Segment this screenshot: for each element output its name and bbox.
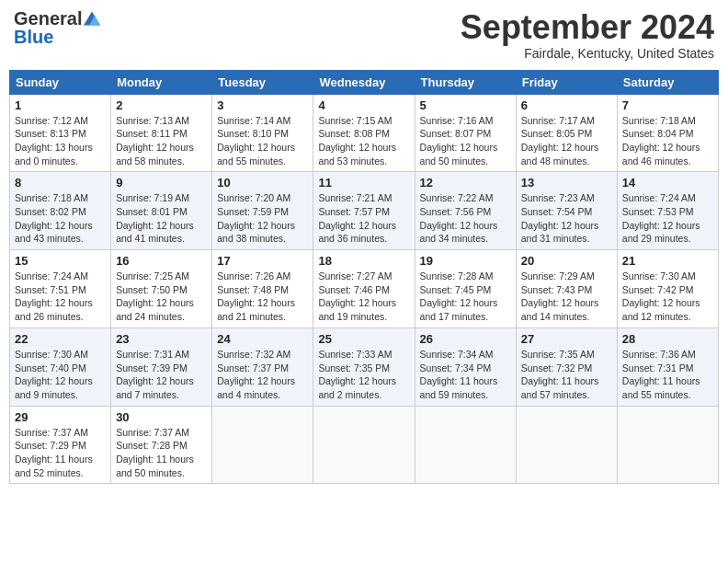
calendar-week-row: 1Sunrise: 7:12 AM Sunset: 8:13 PM Daylig…: [10, 94, 719, 172]
day-number: 3: [217, 98, 308, 112]
day-info: Sunrise: 7:25 AM Sunset: 7:50 PM Dayligh…: [116, 270, 207, 324]
calendar-cell: 17Sunrise: 7:26 AM Sunset: 7:48 PM Dayli…: [212, 250, 313, 328]
calendar-cell: 24Sunrise: 7:32 AM Sunset: 7:37 PM Dayli…: [212, 327, 313, 406]
calendar-cell: 11Sunrise: 7:21 AM Sunset: 7:57 PM Dayli…: [313, 172, 415, 250]
calendar-cell: 1Sunrise: 7:12 AM Sunset: 8:13 PM Daylig…: [10, 94, 111, 172]
day-number: 19: [420, 254, 511, 268]
day-number: 10: [217, 176, 308, 190]
calendar-cell: 26Sunrise: 7:34 AM Sunset: 7:34 PM Dayli…: [415, 327, 516, 406]
day-info: Sunrise: 7:14 AM Sunset: 8:10 PM Dayligh…: [217, 114, 308, 168]
day-info: Sunrise: 7:37 AM Sunset: 7:29 PM Dayligh…: [15, 426, 106, 480]
day-number: 22: [15, 332, 106, 346]
calendar-cell: [415, 406, 516, 484]
calendar-week-row: 15Sunrise: 7:24 AM Sunset: 7:51 PM Dayli…: [10, 250, 719, 328]
day-number: 29: [15, 410, 106, 424]
main-title: September 2024: [461, 9, 714, 46]
calendar-week-row: 8Sunrise: 7:18 AM Sunset: 8:02 PM Daylig…: [10, 172, 719, 250]
calendar-cell: 13Sunrise: 7:23 AM Sunset: 7:54 PM Dayli…: [516, 172, 617, 250]
calendar-cell: 6Sunrise: 7:17 AM Sunset: 8:05 PM Daylig…: [516, 94, 617, 172]
day-info: Sunrise: 7:30 AM Sunset: 7:42 PM Dayligh…: [622, 270, 713, 324]
day-number: 6: [521, 98, 612, 112]
calendar-header-row: SundayMondayTuesdayWednesdayThursdayFrid…: [10, 70, 719, 94]
calendar-cell: 14Sunrise: 7:24 AM Sunset: 7:53 PM Dayli…: [617, 172, 718, 250]
day-number: 2: [116, 98, 207, 112]
day-info: Sunrise: 7:37 AM Sunset: 7:28 PM Dayligh…: [116, 426, 207, 480]
day-info: Sunrise: 7:18 AM Sunset: 8:02 PM Dayligh…: [15, 191, 106, 246]
calendar-cell: [313, 406, 415, 484]
calendar-cell: 28Sunrise: 7:36 AM Sunset: 7:31 PM Dayli…: [617, 327, 718, 406]
calendar-cell: 7Sunrise: 7:18 AM Sunset: 8:04 PM Daylig…: [617, 94, 718, 172]
calendar-header-saturday: Saturday: [617, 70, 718, 94]
day-number: 27: [521, 332, 612, 346]
calendar-cell: 9Sunrise: 7:19 AM Sunset: 8:01 PM Daylig…: [111, 172, 212, 250]
subtitle: Fairdale, Kentucky, United States: [461, 46, 714, 61]
day-number: 15: [15, 254, 106, 268]
calendar-table: SundayMondayTuesdayWednesdayThursdayFrid…: [9, 70, 719, 485]
day-number: 26: [420, 332, 511, 346]
calendar-week-row: 22Sunrise: 7:30 AM Sunset: 7:40 PM Dayli…: [10, 327, 719, 406]
calendar-cell: 15Sunrise: 7:24 AM Sunset: 7:51 PM Dayli…: [10, 250, 111, 328]
day-number: 23: [116, 332, 207, 346]
day-number: 12: [420, 176, 511, 190]
title-block: September 2024 Fairdale, Kentucky, Unite…: [461, 9, 714, 61]
calendar-cell: 8Sunrise: 7:18 AM Sunset: 8:02 PM Daylig…: [10, 172, 111, 250]
day-info: Sunrise: 7:24 AM Sunset: 7:51 PM Dayligh…: [15, 270, 106, 324]
logo: General Blue: [14, 9, 100, 46]
day-number: 1: [15, 98, 106, 112]
calendar-cell: [617, 406, 718, 484]
day-number: 16: [116, 254, 207, 268]
day-number: 25: [318, 332, 409, 346]
logo-icon: [84, 10, 100, 27]
calendar-header-sunday: Sunday: [10, 70, 111, 94]
day-info: Sunrise: 7:32 AM Sunset: 7:37 PM Dayligh…: [217, 348, 308, 402]
day-info: Sunrise: 7:24 AM Sunset: 7:53 PM Dayligh…: [622, 191, 713, 246]
day-info: Sunrise: 7:13 AM Sunset: 8:11 PM Dayligh…: [116, 114, 207, 168]
day-info: Sunrise: 7:28 AM Sunset: 7:45 PM Dayligh…: [420, 270, 511, 324]
calendar-header-friday: Friday: [516, 70, 617, 94]
day-info: Sunrise: 7:22 AM Sunset: 7:56 PM Dayligh…: [420, 191, 511, 246]
day-info: Sunrise: 7:12 AM Sunset: 8:13 PM Dayligh…: [15, 114, 106, 168]
page-header: General Blue September 2024 Fairdale, Ke…: [9, 9, 719, 61]
day-number: 13: [521, 176, 612, 190]
day-info: Sunrise: 7:26 AM Sunset: 7:48 PM Dayligh…: [217, 270, 308, 324]
calendar-cell: [212, 406, 313, 484]
calendar-cell: 12Sunrise: 7:22 AM Sunset: 7:56 PM Dayli…: [415, 172, 516, 250]
day-number: 7: [622, 98, 713, 112]
day-info: Sunrise: 7:35 AM Sunset: 7:32 PM Dayligh…: [521, 348, 612, 402]
calendar-cell: 3Sunrise: 7:14 AM Sunset: 8:10 PM Daylig…: [212, 94, 313, 172]
day-number: 11: [318, 176, 409, 190]
day-info: Sunrise: 7:27 AM Sunset: 7:46 PM Dayligh…: [318, 270, 409, 324]
day-info: Sunrise: 7:19 AM Sunset: 8:01 PM Dayligh…: [116, 191, 207, 246]
calendar-cell: 5Sunrise: 7:16 AM Sunset: 8:07 PM Daylig…: [415, 94, 516, 172]
calendar-cell: 30Sunrise: 7:37 AM Sunset: 7:28 PM Dayli…: [111, 406, 212, 484]
day-info: Sunrise: 7:17 AM Sunset: 8:05 PM Dayligh…: [521, 114, 612, 168]
calendar-cell: 25Sunrise: 7:33 AM Sunset: 7:35 PM Dayli…: [313, 327, 415, 406]
calendar-header-thursday: Thursday: [415, 70, 516, 94]
calendar-cell: 18Sunrise: 7:27 AM Sunset: 7:46 PM Dayli…: [313, 250, 415, 328]
day-number: 8: [15, 176, 106, 190]
day-info: Sunrise: 7:34 AM Sunset: 7:34 PM Dayligh…: [420, 348, 511, 402]
calendar-cell: 19Sunrise: 7:28 AM Sunset: 7:45 PM Dayli…: [415, 250, 516, 328]
calendar-week-row: 29Sunrise: 7:37 AM Sunset: 7:29 PM Dayli…: [10, 406, 719, 484]
logo-blue-text: Blue: [14, 28, 53, 46]
day-info: Sunrise: 7:30 AM Sunset: 7:40 PM Dayligh…: [15, 348, 106, 402]
day-number: 14: [622, 176, 713, 190]
day-info: Sunrise: 7:20 AM Sunset: 7:59 PM Dayligh…: [217, 191, 308, 246]
calendar-cell: 22Sunrise: 7:30 AM Sunset: 7:40 PM Dayli…: [10, 327, 111, 406]
calendar-cell: 16Sunrise: 7:25 AM Sunset: 7:50 PM Dayli…: [111, 250, 212, 328]
day-number: 28: [622, 332, 713, 346]
calendar-cell: [516, 406, 617, 484]
calendar-header-monday: Monday: [111, 70, 212, 94]
calendar-cell: 27Sunrise: 7:35 AM Sunset: 7:32 PM Dayli…: [516, 327, 617, 406]
day-info: Sunrise: 7:23 AM Sunset: 7:54 PM Dayligh…: [521, 191, 612, 246]
day-info: Sunrise: 7:18 AM Sunset: 8:04 PM Dayligh…: [622, 114, 713, 168]
calendar-cell: 20Sunrise: 7:29 AM Sunset: 7:43 PM Dayli…: [516, 250, 617, 328]
day-number: 20: [521, 254, 612, 268]
logo-general-text: General: [14, 9, 82, 28]
day-number: 24: [217, 332, 308, 346]
day-number: 4: [318, 98, 409, 112]
day-info: Sunrise: 7:31 AM Sunset: 7:39 PM Dayligh…: [116, 348, 207, 402]
calendar-cell: 4Sunrise: 7:15 AM Sunset: 8:08 PM Daylig…: [313, 94, 415, 172]
calendar-header-tuesday: Tuesday: [212, 70, 313, 94]
calendar-cell: 21Sunrise: 7:30 AM Sunset: 7:42 PM Dayli…: [617, 250, 718, 328]
